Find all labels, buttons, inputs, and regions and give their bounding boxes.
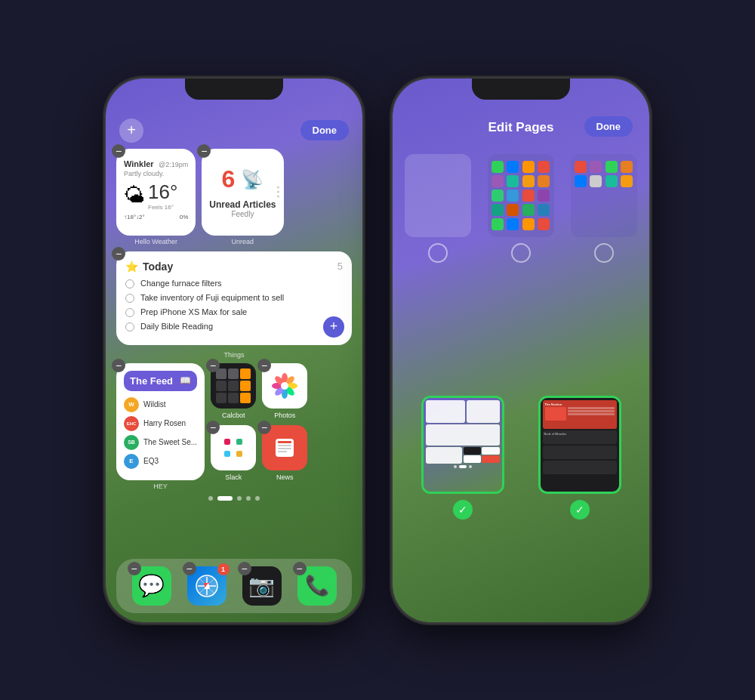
feed-avatar-4: E	[124, 454, 139, 469]
things-item-4: Daily Bible Reading	[125, 322, 343, 331]
feedly-remove[interactable]: −	[197, 144, 211, 158]
messages-remove[interactable]: −	[128, 562, 141, 575]
svg-rect-11	[224, 451, 230, 457]
page-dot-5	[255, 496, 260, 501]
phone-2: Done Edit Pages	[393, 79, 649, 622]
camera-icon: 📷	[248, 573, 275, 598]
top-widgets-row: − Winkler @2:19pm Partly cloudy. 🌤 16	[116, 149, 352, 245]
messages-icon: 💬	[138, 573, 165, 598]
calcbot-icon[interactable]: −	[211, 363, 256, 409]
feed-item-4: E EQ3	[124, 454, 197, 469]
things-section: − ⭐ Today 5 Change furnace filters	[116, 251, 352, 359]
phone-app[interactable]: − 📞	[297, 566, 337, 606]
feedly-rss-icon: 📡	[241, 169, 263, 190]
photos-label: Photos	[274, 412, 295, 419]
pages-grid-top	[400, 154, 642, 263]
check-circle-3	[125, 308, 134, 317]
weather-precip: 0%	[180, 214, 189, 220]
page-preview-2[interactable]	[488, 154, 554, 237]
things-widget[interactable]: − ⭐ Today 5 Change furnace filters	[116, 251, 352, 345]
feed-widget[interactable]: − The Feed 📖 W Wildist EHC Harry Rosen	[116, 363, 205, 480]
page-check-1[interactable]	[428, 243, 448, 263]
dock: − 💬 − 1 − 📷	[116, 559, 352, 613]
done-button-1[interactable]: Done	[300, 120, 350, 140]
calcbot-label: Calcbot	[222, 412, 245, 419]
page-preview-4[interactable]	[421, 396, 504, 494]
things-add-button[interactable]: +	[323, 316, 344, 338]
news-remove[interactable]: −	[257, 421, 271, 434]
app-icons-grid: −	[211, 363, 307, 490]
book-icon: 📖	[180, 375, 191, 386]
svg-rect-15	[278, 441, 291, 443]
slack-col: − Slack	[211, 425, 256, 481]
phone-remove[interactable]: −	[293, 562, 307, 575]
svg-point-9	[281, 382, 288, 390]
weather-range: ↑18°↓2°	[124, 214, 145, 220]
page-dot-2	[217, 496, 233, 501]
page-preview-1[interactable]	[405, 154, 471, 237]
weather-remove[interactable]: −	[112, 144, 125, 158]
feedly-dots	[277, 187, 279, 198]
pages-grid-bottom: ✓ The Section	[408, 396, 634, 520]
feed-item-3: SB The Sweet Se...	[124, 435, 197, 450]
feedly-widget[interactable]: − 6 📡 Unread Articles Feedly	[202, 149, 283, 236]
page-check-2[interactable]	[511, 243, 531, 263]
feedly-sub: Feedly	[231, 210, 254, 218]
plus-button[interactable]: +	[119, 119, 143, 143]
safari-remove[interactable]: −	[183, 562, 196, 575]
svg-rect-17	[278, 448, 291, 449]
photos-remove[interactable]: −	[257, 359, 271, 372]
page-check-4[interactable]: ✓	[453, 500, 473, 520]
feed-avatar-2: EHC	[124, 416, 139, 431]
calcbot-remove[interactable]: −	[206, 359, 220, 372]
svg-rect-16	[278, 445, 291, 446]
things-label: Things	[116, 351, 352, 359]
svg-rect-18	[278, 451, 287, 452]
notch-2	[472, 79, 570, 100]
page-thumb-5: The Section Book of Mi	[538, 396, 621, 520]
slack-icon[interactable]: −	[211, 425, 256, 470]
page-thumb-2	[483, 154, 559, 263]
sun-icon: 🌤	[124, 183, 145, 208]
feedly-label: Unread Articles	[209, 199, 276, 210]
things-item-3: Prep iPhone XS Max for sale	[125, 307, 343, 317]
slack-remove[interactable]: −	[206, 421, 220, 434]
feed-avatar-3: SB	[124, 435, 139, 450]
phone-1: + Done − Winkler @2:19pm Partly cloudy.	[106, 79, 362, 622]
edit-pages-title: Edit Pages	[393, 120, 649, 135]
page-check-3[interactable]	[594, 243, 614, 263]
photos-col: −	[262, 363, 307, 419]
camera-app[interactable]: − 📷	[242, 566, 282, 606]
page-dot-1	[208, 496, 213, 501]
weather-time: @2:19pm	[159, 161, 188, 168]
things-count: 5	[337, 261, 343, 272]
camera-remove[interactable]: −	[238, 562, 251, 575]
weather-widget[interactable]: − Winkler @2:19pm Partly cloudy. 🌤 16	[116, 149, 196, 236]
weather-temp: 16°	[148, 180, 177, 204]
safari-app[interactable]: − 1	[187, 566, 226, 606]
page-dots	[116, 496, 352, 501]
page-check-5[interactable]: ✓	[570, 500, 590, 520]
svg-rect-13	[236, 451, 242, 457]
page-dot-3	[237, 496, 242, 501]
calcbot-col: −	[211, 363, 256, 419]
check-circle-1	[125, 279, 134, 288]
check-circle-4	[125, 322, 134, 331]
feed-header: The Feed 📖	[124, 371, 197, 391]
feed-remove[interactable]: −	[112, 359, 125, 372]
feed-apps-row: − The Feed 📖 W Wildist EHC Harry Rosen	[116, 363, 352, 490]
page-dot-4	[246, 496, 251, 501]
photos-icon[interactable]: −	[262, 363, 307, 409]
phone1-topbar: + Done	[116, 113, 352, 149]
notch-1	[185, 79, 283, 100]
messages-app[interactable]: − 💬	[132, 566, 171, 606]
check-circle-2	[125, 294, 134, 303]
feed-avatar-1: W	[124, 397, 139, 412]
phone-icon: 📞	[305, 574, 329, 597]
news-icon[interactable]: −	[262, 425, 307, 470]
things-item-1: Change furnace filters	[125, 279, 343, 288]
page-preview-3[interactable]	[571, 154, 637, 237]
page-preview-5[interactable]: The Section Book of Mi	[538, 396, 621, 494]
weather-location: Winkler	[124, 159, 154, 168]
things-remove[interactable]: −	[112, 247, 125, 261]
